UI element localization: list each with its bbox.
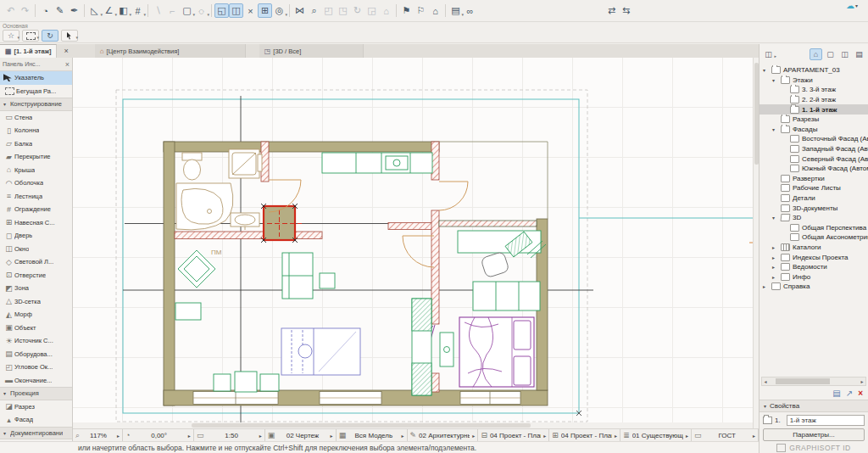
tool-section[interactable]: ◪ Разрез [0, 400, 72, 414]
relative-coords-icon[interactable]: ⌐ [165, 3, 180, 18]
tree-expander-icon[interactable]: ▾ [772, 77, 778, 83]
zoom-level[interactable]: ⌕ 117% ▸ [73, 429, 123, 441]
layer-combination[interactable]: ≣ 01 Существующее со... ▸ [620, 429, 692, 441]
tree-stories[interactable]: ▾ Этажи [760, 76, 868, 86]
toolbar-button[interactable] [289, 4, 290, 17]
scrollbar-track[interactable] [769, 378, 859, 384]
teamwork-receive-icon[interactable]: ⇆ [619, 3, 633, 18]
parameters-button[interactable]: Параметры... [763, 428, 865, 441]
tree-story-3[interactable]: 3. 3-й этаж [760, 85, 868, 95]
dimension-style-2[interactable]: ⊞ 04 Проект - Планы ▸ [549, 429, 620, 441]
tree-expander-icon[interactable]: ▸ [772, 254, 778, 260]
toolbar-button[interactable] [35, 4, 36, 17]
issue-flag-icon[interactable]: ⚐ [414, 3, 428, 18]
tree-story-1[interactable]: 1. 1-й этаж [760, 104, 868, 115]
tab-close-button[interactable]: × [57, 44, 72, 58]
ghost-story-icon[interactable]: ◌ [194, 3, 209, 18]
save-view-icon[interactable]: ▤ [832, 389, 840, 398]
redo-icon[interactable]: ↷ [18, 3, 32, 18]
mirror-icon[interactable]: ◲ [364, 3, 379, 18]
dimension-style[interactable]: ⊟ 04 Проект - Планы ▸ [478, 429, 549, 441]
tool-skylight[interactable]: ◇ Световой Л... [0, 255, 72, 269]
snap-points-icon[interactable]: ◧ [116, 3, 131, 18]
drawing-scale[interactable]: ▭ 1:50 ▸ [194, 429, 265, 441]
graphisoft-id[interactable]: GRAPHISOFT ID [760, 442, 868, 453]
split-icon[interactable]: ⋈ [292, 3, 307, 18]
tool-railing[interactable]: # Ограждение [0, 203, 72, 216]
panels-icon[interactable]: ▤ [448, 3, 463, 18]
tree-horizontal-scrollbar[interactable]: ◂ ▸ [761, 377, 866, 386]
tree-schedules[interactable]: ▸ Ведомости [760, 262, 868, 272]
scroll-left-icon[interactable]: ◂ [762, 378, 769, 384]
trace-reference-icon[interactable]: ◱ [214, 3, 229, 18]
zoom-select-icon[interactable]: ⌕ [307, 3, 321, 18]
tree-expander-icon[interactable]: ▸ [772, 264, 778, 270]
snap-guides-icon[interactable]: ∠ [102, 3, 116, 18]
tree-expander-icon[interactable]: ▸ [772, 244, 778, 250]
tree-info[interactable]: ▸ Инфо [760, 271, 868, 282]
orbit-button[interactable]: ↻ [42, 30, 58, 42]
tree-3d[interactable]: ▾ 3D [760, 213, 868, 223]
tree-worksheets[interactable]: Рабочие Листы [760, 183, 868, 193]
standard[interactable]: ▭ ГОСТ ▸ [692, 429, 759, 441]
pen-style[interactable]: ✎ 02 Архитектурный ... ▸ [408, 429, 479, 441]
tree-expander-icon[interactable]: ▸ [772, 274, 778, 280]
tool-pointer[interactable]: Указатель [0, 71, 72, 85]
tree-elevations[interactable]: ▾ Фасады [760, 125, 868, 135]
tool-zone[interactable]: ◩ Зона [0, 282, 72, 295]
gravity-icon[interactable]: ∖ [151, 3, 165, 18]
view-map-icon[interactable]: ▢ [824, 48, 837, 60]
tool-item[interactable]: ▾ Проекция [0, 387, 72, 400]
tool-column[interactable]: ▯ Колонна [0, 124, 72, 137]
elevate-icon[interactable]: ⌂ [379, 3, 393, 18]
tool-corner-window[interactable]: ◰ Угловое Ок... [0, 361, 72, 374]
tool-curtain-wall[interactable]: ⊞ Нав­есная С... [0, 216, 72, 230]
construction-shape-icon[interactable]: ▢ [180, 3, 194, 18]
tree-sections[interactable]: Разрезы [760, 115, 868, 125]
tree-catalogs[interactable]: ▸ Каталоги [760, 243, 868, 253]
tree-3d-documents[interactable]: 3D-документы [760, 203, 868, 213]
nav-header-button[interactable] [776, 48, 808, 60]
tool-wall-end[interactable]: ▬ Окончание... [0, 374, 72, 388]
toolbar-button[interactable] [445, 4, 446, 17]
tool-stair[interactable]: ≡ Лестница [0, 190, 72, 204]
tree-project[interactable]: ▾ APARTAMENT_03 [760, 65, 868, 76]
3d-cutaway-icon[interactable]: ◎ [272, 3, 287, 18]
toolbar-button[interactable] [211, 4, 212, 17]
stretch-icon[interactable]: ◰ [321, 3, 336, 18]
tool-opening[interactable]: ⊡ Отверстие [0, 269, 72, 282]
tool-lamp[interactable]: ☀ Источник С... [0, 334, 72, 348]
model-filter[interactable]: ▦ Вся Модель ▸ [337, 429, 408, 441]
tool-wall[interactable]: ▭ Стена [0, 111, 72, 125]
tool-roof[interactable]: ⌂ Крыша [0, 164, 72, 177]
bathroom-fixtures[interactable] [176, 149, 262, 230]
tree-help[interactable]: ▸ Справка [760, 282, 868, 292]
tree-elev-west[interactable]: Западный Фасад (Автоматическ [760, 144, 868, 154]
rotation-angle[interactable]: ◔ 0,00° ▸ [123, 429, 194, 441]
tool-elevation[interactable]: ▴ Фасад [0, 413, 72, 427]
tree-elev-east[interactable]: Восточный Фасад (Автоматичес [760, 134, 868, 144]
pickup-parameters-icon[interactable]: ✎ [53, 3, 67, 18]
tree-interior-elevations[interactable]: Развертки [760, 174, 868, 184]
publisher-icon[interactable]: ⌂ [428, 3, 442, 18]
virtual-trace-icon[interactable]: ◫ [229, 3, 243, 18]
scrollbar-thumb[interactable] [776, 378, 830, 384]
tree-expander-icon[interactable]: ▾ [772, 126, 778, 132]
tab-overview-button[interactable]: ☁▾ [846, 1, 858, 10]
send-changes-icon[interactable]: ↗ [846, 389, 853, 398]
canvas-horizontal-scrollbar[interactable] [73, 422, 753, 428]
marquee-options-button[interactable] [22, 30, 39, 42]
properties-section-header[interactable]: ▾ Свойства [760, 400, 868, 412]
quick-layers-icon[interactable]: ⊞ [258, 3, 272, 18]
tree-elev-north[interactable]: Северный Фасад (Автоматическ [760, 154, 868, 164]
tool-slab[interactable]: ▰ Перекрытие [0, 150, 72, 164]
close-icon[interactable]: × [65, 60, 70, 69]
tree-expander-icon[interactable]: ▾ [772, 215, 778, 221]
scroll-right-icon[interactable]: ▸ [859, 378, 865, 384]
canvas-vertical-scrollbar[interactable] [753, 58, 759, 428]
tool-morph[interactable]: ◭ Морф [0, 308, 72, 322]
grid-snap-icon[interactable]: # [131, 3, 145, 18]
tab-floor-plan[interactable]: ▦[1. 1-й этаж] [0, 44, 57, 58]
tab-3d[interactable]: ◳[3D / Все] [259, 44, 364, 58]
tree-details[interactable]: Детали [760, 193, 868, 204]
